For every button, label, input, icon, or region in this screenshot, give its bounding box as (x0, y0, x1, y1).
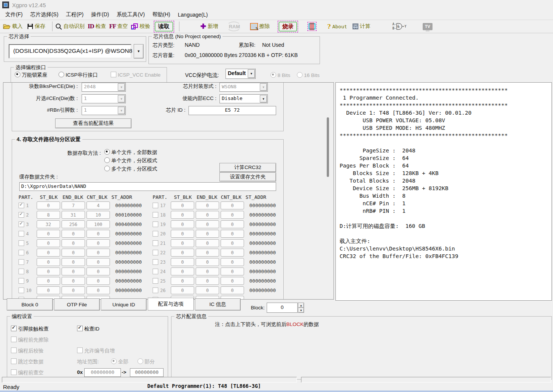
dropdown-arrow-icon[interactable]: ▼ (260, 95, 267, 103)
bits8-radio[interactable]: 8 Bits (270, 72, 290, 78)
partition-cnt-blk-field[interactable]: 0 (221, 258, 244, 266)
partition-cnt-blk-field[interactable]: 10 (87, 211, 110, 219)
partition-end-blk-field[interactable]: 0 (196, 286, 219, 294)
range-part-radio[interactable]: 部分 (137, 358, 155, 365)
menu-operation[interactable]: 操作(D) (87, 11, 113, 19)
id-check-button[interactable]: ID 检查 (88, 23, 106, 30)
partition-end-blk-field[interactable]: 256 (62, 220, 85, 228)
tab-block0[interactable]: Block 0 (7, 298, 53, 311)
ecc-combobox[interactable]: Disable ▼ (219, 94, 268, 103)
partition-cnt-blk-field[interactable]: 0 (221, 249, 244, 257)
partition-cnt-blk-field[interactable]: 0 (221, 267, 244, 275)
menu-chip-select[interactable]: 芯片选择(S) (26, 11, 62, 19)
partition-checkbox[interactable] (153, 250, 158, 255)
rbn-count-combobox[interactable]: 1 ▼ (82, 106, 126, 115)
partition-end-blk-field[interactable]: 0 (62, 230, 85, 238)
vcc-combobox[interactable]: Default ▼ (226, 69, 256, 79)
save-button[interactable]: 保存 (27, 23, 45, 30)
addr-to-field[interactable]: 00000000 (130, 368, 164, 377)
partition-cnt-blk-field[interactable]: 0 (221, 220, 244, 228)
read-button[interactable]: 读取 (155, 22, 173, 31)
partition-end-blk-field[interactable]: 31 (62, 211, 85, 219)
chip-select-dropdown-button[interactable]: ▼ (134, 44, 144, 58)
partition-cnt-blk-field[interactable]: 0 (221, 230, 244, 238)
partition-checkbox[interactable] (153, 240, 158, 246)
chip-select-combobox[interactable]: (DOSILICON)DS35Q2GA(x1+ISP) @WSON8 (9, 44, 131, 58)
blank-before-checkbox[interactable]: 编程前查空 (11, 369, 43, 376)
blank-check-button[interactable]: FF 查空 (109, 23, 128, 30)
icsp-radio[interactable]: ICSP串行接口 (59, 72, 98, 78)
partition-st-blk-field[interactable]: 0 (171, 249, 194, 257)
partition-checkbox[interactable] (153, 221, 158, 227)
verify-after-checkbox[interactable]: 编程后校验 (11, 347, 43, 354)
partition-end-blk-field[interactable]: 0 (196, 230, 219, 238)
pin-check-checkbox[interactable]: 引脚接触检查 (11, 326, 49, 332)
load-button[interactable]: 载入 (3, 23, 23, 30)
partition-st-blk-field[interactable]: 0 (171, 239, 194, 247)
partition-checkbox[interactable] (153, 212, 158, 218)
partition-checkbox[interactable] (19, 240, 24, 246)
partition-end-blk-field[interactable]: 0 (196, 258, 219, 266)
partition-end-blk-field[interactable]: 0 (62, 267, 85, 275)
partition-cnt-blk-field[interactable]: 0 (87, 258, 110, 266)
partition-checkbox[interactable] (19, 231, 24, 237)
partition-checkbox[interactable] (19, 221, 24, 227)
burn-button[interactable]: 烧录 (279, 22, 297, 31)
partition-st-blk-field[interactable]: 0 (37, 258, 60, 266)
partition-cnt-blk-field[interactable]: 0 (87, 249, 110, 257)
partition-st-blk-field[interactable]: 0 (171, 230, 194, 238)
partition-end-blk-field[interactable]: 0 (62, 277, 85, 285)
partition-st-blk-field[interactable]: 0 (171, 267, 194, 275)
about-button[interactable]: ? About (327, 23, 347, 30)
partition-checkbox[interactable] (153, 287, 158, 293)
partition-end-blk-field[interactable]: 0 (196, 211, 219, 219)
chip-id-field[interactable]: E5 72 (188, 106, 276, 115)
partition-end-blk-field[interactable]: 0 (196, 277, 219, 285)
partition-end-blk-field[interactable]: 0 (196, 220, 219, 228)
partition-checkbox[interactable] (19, 250, 24, 255)
menu-language[interactable]: Language(L) (174, 11, 212, 18)
package-combobox[interactable]: WSON8 ▼ (219, 83, 268, 92)
partition-st-blk-field[interactable]: 0 (37, 201, 60, 209)
partition-cnt-blk-field[interactable]: 0 (221, 239, 244, 247)
menu-file[interactable]: 文件(F) (2, 11, 26, 19)
partition-st-blk-field[interactable]: 0 (37, 267, 60, 275)
partition-end-blk-field[interactable]: 0 (196, 239, 219, 247)
erase-button[interactable]: 擦除 (250, 23, 270, 30)
partition-end-blk-field[interactable]: 0 (196, 249, 219, 257)
partition-cnt-blk-field[interactable]: 0 (221, 277, 244, 285)
partition-checkbox[interactable] (153, 269, 158, 274)
vertical-scrollbar-thumb[interactable] (327, 117, 329, 177)
partition-cnt-blk-field[interactable]: 0 (221, 286, 244, 294)
partition-checkbox[interactable] (153, 231, 158, 237)
partition-checkbox[interactable] (19, 259, 24, 265)
ce-count-combobox[interactable]: 1 ▼ (82, 94, 126, 103)
partition-cnt-blk-field[interactable]: 0 (87, 286, 110, 294)
partition-cnt-blk-field[interactable]: 0 (87, 230, 110, 238)
partition-cnt-blk-field[interactable]: 100 (87, 220, 110, 228)
partition-st-blk-field[interactable]: 32 (37, 220, 60, 228)
icsp-vcc-checkbox[interactable]: ICSP_VCC Enable (111, 72, 161, 78)
blocks-per-ce-combobox[interactable]: 2048 ▼ (82, 83, 126, 92)
partition-end-blk-field[interactable]: 0 (62, 249, 85, 257)
partition-end-blk-field[interactable]: 0 (62, 258, 85, 266)
chip-icon[interactable] (307, 22, 317, 31)
tab-ic-info[interactable]: IC 信息 (195, 298, 241, 311)
tv-button[interactable]: TV (423, 23, 433, 30)
erase-before-checkbox[interactable]: 编程前先擦除 (11, 337, 49, 343)
partition-st-blk-field[interactable]: 0 (37, 277, 60, 285)
menu-help[interactable]: 帮助(H) (148, 11, 174, 19)
partition-cnt-blk-field[interactable]: 4 (87, 201, 110, 209)
logic-gate-button[interactable]: A- B- & Y (392, 22, 408, 31)
menu-system-tools[interactable]: 系统工具(V) (113, 11, 149, 19)
calc-button[interactable]: 计算 (352, 23, 371, 30)
check-id-checkbox[interactable]: 检查ID (77, 326, 99, 332)
partition-cnt-blk-field[interactable]: 0 (87, 239, 110, 247)
method-multi-part-radio[interactable]: 多个文件，分区模式 (104, 166, 157, 172)
bits16-radio[interactable]: 16 Bits (297, 72, 320, 78)
partition-st-blk-field[interactable]: 0 (171, 220, 194, 228)
calc-crc32-button[interactable]: 计算CRC32 (219, 163, 276, 172)
menu-project[interactable]: 工程(P) (62, 11, 88, 19)
range-all-radio[interactable]: 全部 (111, 358, 128, 365)
partition-st-blk-field[interactable]: 0 (171, 286, 194, 294)
